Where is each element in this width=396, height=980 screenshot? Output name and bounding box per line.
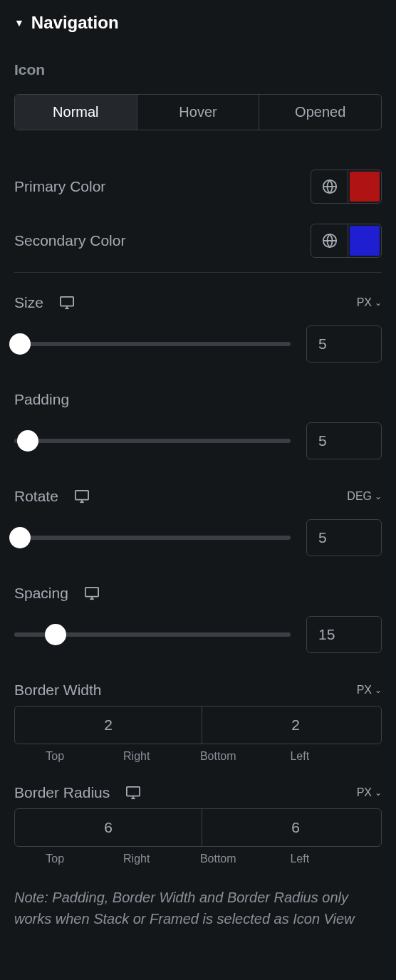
monitor-icon[interactable] (74, 489, 90, 504)
border-radius-dim-labels: Top Right Bottom Left (14, 853, 382, 865)
border-width-unit-value: PX (357, 684, 372, 697)
border-width-top-input[interactable] (15, 707, 202, 744)
divider (14, 272, 382, 273)
rotate-input[interactable] (306, 519, 382, 556)
secondary-color-controls (311, 224, 382, 258)
primary-color-global-button[interactable] (311, 170, 348, 203)
border-radius-inputs (14, 808, 382, 847)
primary-color-label: Primary Color (14, 178, 105, 195)
svg-rect-13 (127, 787, 140, 796)
border-width-label: Border Width (14, 682, 102, 699)
primary-color-swatch[interactable] (350, 172, 380, 202)
border-width-dim-labels: Top Right Bottom Left (14, 750, 382, 763)
chevron-down-icon: ⌄ (375, 491, 382, 501)
spacing-slider-row (14, 616, 382, 653)
secondary-color-label: Secondary Color (14, 232, 125, 249)
border-radius-top-input[interactable] (15, 809, 202, 846)
secondary-color-swatch[interactable] (350, 226, 380, 256)
dim-label-bottom: Bottom (177, 750, 259, 763)
border-radius-header: Border Radius PX ⌄ (14, 784, 382, 801)
chevron-down-icon: ⌄ (375, 298, 382, 308)
caret-down-icon: ▼ (14, 17, 24, 28)
padding-slider[interactable] (14, 439, 291, 443)
globe-icon (322, 179, 338, 194)
dim-label-top: Top (14, 853, 96, 865)
rotate-slider-row (14, 519, 382, 556)
dim-label-bottom: Bottom (177, 853, 259, 865)
svg-rect-4 (61, 297, 73, 306)
rotate-header: Rotate DEG ⌄ (14, 488, 382, 505)
padding-slider-thumb[interactable] (17, 430, 38, 452)
spacing-input[interactable] (306, 616, 382, 653)
border-radius-unit-select[interactable]: PX ⌄ (357, 786, 382, 799)
padding-input[interactable] (306, 422, 382, 459)
size-input[interactable] (306, 325, 382, 363)
monitor-icon[interactable] (125, 786, 141, 800)
padding-slider-row (14, 422, 382, 459)
icon-section-label: Icon (14, 61, 382, 78)
chevron-down-icon: ⌄ (375, 685, 382, 695)
size-label: Size (14, 294, 43, 311)
padding-label: Padding (14, 391, 69, 408)
panel-title: Navigation (31, 13, 119, 33)
size-unit-value: PX (357, 296, 372, 309)
secondary-color-global-button[interactable] (311, 224, 348, 257)
rotate-slider-thumb[interactable] (9, 527, 31, 548)
spacing-slider-thumb[interactable] (45, 624, 66, 645)
spacing-label: Spacing (14, 585, 68, 602)
border-radius-unit-value: PX (357, 786, 372, 799)
chevron-down-icon: ⌄ (375, 788, 382, 798)
globe-icon (322, 233, 338, 249)
rotate-unit-select[interactable]: DEG ⌄ (347, 490, 382, 503)
spacing-header: Spacing (14, 585, 382, 602)
primary-color-row: Primary Color (14, 170, 382, 204)
note: Note: Padding, Border Width and Border R… (14, 887, 382, 929)
rotate-unit-value: DEG (347, 490, 372, 503)
panel-header[interactable]: ▼ Navigation (14, 13, 382, 33)
rotate-label: Rotate (14, 488, 58, 505)
border-width-unit-select[interactable]: PX ⌄ (357, 684, 382, 697)
dim-label-right: Right (96, 750, 178, 763)
dim-label-left: Left (259, 750, 341, 763)
tab-hover[interactable]: Hover (137, 95, 259, 130)
border-width-inputs (14, 706, 382, 744)
tab-normal[interactable]: Normal (15, 95, 137, 130)
size-unit-select[interactable]: PX ⌄ (357, 296, 382, 309)
secondary-color-row: Secondary Color (14, 224, 382, 258)
svg-rect-7 (75, 491, 88, 500)
dim-label-left: Left (259, 853, 341, 865)
tab-opened[interactable]: Opened (259, 95, 381, 130)
monitor-icon[interactable] (59, 296, 75, 310)
dim-label-top: Top (14, 750, 96, 763)
size-slider-thumb[interactable] (9, 333, 31, 355)
rotate-slider[interactable] (14, 536, 291, 540)
border-radius-label: Border Radius (14, 784, 110, 801)
border-width-right-input[interactable] (202, 707, 382, 744)
state-tabs: Normal Hover Opened (14, 94, 382, 130)
size-slider[interactable] (14, 342, 291, 346)
border-width-header: Border Width PX ⌄ (14, 682, 382, 699)
size-slider-row (14, 325, 382, 363)
border-radius-right-input[interactable] (202, 809, 382, 846)
primary-color-controls (311, 170, 382, 204)
spacing-slider[interactable] (14, 632, 291, 637)
size-header: Size PX ⌄ (14, 294, 382, 311)
svg-rect-10 (85, 588, 98, 597)
dim-label-right: Right (96, 853, 178, 865)
padding-header: Padding (14, 391, 382, 408)
monitor-icon[interactable] (84, 586, 100, 600)
